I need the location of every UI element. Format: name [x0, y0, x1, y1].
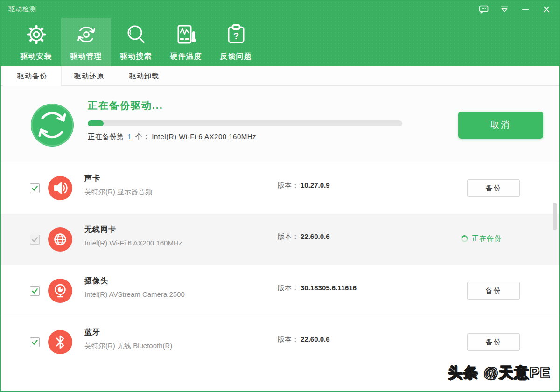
- progress-title: 正在备份驱动...: [88, 99, 163, 112]
- window-title: 驱动检测: [8, 5, 36, 14]
- status-device: 个： Intel(R) Wi-Fi 6 AX200 160MHz: [133, 133, 256, 140]
- version-value: 10.27.0.9: [301, 181, 330, 189]
- tab-driver-uninstall[interactable]: 驱动卸载: [117, 66, 172, 86]
- version-label: 版本：: [278, 335, 299, 343]
- feedback-icon: ?: [224, 22, 248, 49]
- version-label: 版本：: [278, 284, 299, 292]
- app-window: 驱动检测: [0, 0, 560, 392]
- driver-list: 声卡 英特尔(R) 显示器音频 版本：10.27.0.9 备份 无线: [1, 162, 559, 368]
- nav-label: 驱动安装: [21, 52, 52, 62]
- search-icon: [124, 22, 148, 49]
- backup-button[interactable]: 备份: [467, 179, 520, 197]
- driver-desc: Intel(R) Wi-Fi 6 AX200 160MHz: [84, 239, 182, 247]
- scrollbar-thumb[interactable]: [553, 203, 557, 230]
- nav-label: 驱动管理: [70, 52, 102, 62]
- cancel-button[interactable]: 取消: [458, 112, 543, 139]
- tab-driver-backup[interactable]: 驱动备份: [3, 66, 62, 86]
- version-value: 22.60.0.6: [301, 335, 330, 343]
- progress-bar: [88, 120, 402, 126]
- nav-item-driver-manage[interactable]: 驱动管理: [61, 18, 111, 66]
- tab-driver-restore[interactable]: 驱动还原: [62, 66, 117, 86]
- nav-label: 驱动搜索: [120, 52, 152, 62]
- dropdown-menu-icon[interactable]: [499, 4, 510, 14]
- version-label: 版本：: [278, 232, 299, 240]
- nav-label: 反馈问题: [220, 52, 252, 62]
- bluetooth-icon: [48, 330, 72, 354]
- spinner-icon: [460, 234, 469, 243]
- driver-name: 声卡: [84, 174, 100, 183]
- nav-label: 硬件温度: [170, 52, 202, 62]
- tabbar: 驱动备份 驱动还原 驱动卸载: [1, 66, 559, 86]
- svg-text:?: ?: [233, 31, 238, 41]
- driver-version: 版本：10.27.0.9: [278, 181, 330, 190]
- driver-name: 无线网卡: [84, 225, 116, 235]
- gear-icon: [24, 22, 49, 49]
- nav-item-driver-install[interactable]: 驱动安装: [11, 18, 61, 66]
- status-index: 1: [126, 133, 133, 140]
- status-prefix: 正在备份第: [88, 133, 126, 140]
- minimize-icon[interactable]: [520, 4, 531, 14]
- backup-button[interactable]: 备份: [467, 333, 520, 351]
- row-checkbox[interactable]: [30, 286, 40, 296]
- driver-desc: 英特尔(R) 无线 Bluetooth(R): [84, 342, 172, 350]
- version-label: 版本：: [278, 181, 299, 189]
- driver-desc: Intel(R) AVStream Camera 2500: [84, 290, 185, 298]
- camera-icon: [48, 279, 72, 303]
- message-icon[interactable]: [478, 4, 489, 14]
- backing-status: 正在备份: [461, 234, 502, 243]
- driver-row-camera: 摄像头 Intel(R) AVStream Camera 2500 版本：30.…: [1, 265, 559, 316]
- nav-item-driver-search[interactable]: 驱动搜索: [111, 18, 161, 66]
- nav-item-hardware-temp[interactable]: 硬件温度: [161, 18, 211, 66]
- row-checkbox[interactable]: [30, 183, 40, 193]
- driver-version: 版本：22.60.0.6: [278, 335, 330, 344]
- sync-icon: [74, 22, 98, 49]
- backup-progress-panel: 正在备份驱动... 正在备份第 1 个： Intel(R) Wi-Fi 6 AX…: [1, 86, 559, 162]
- app-header: 驱动检测: [1, 1, 559, 66]
- sync-progress-icon: [30, 103, 75, 147]
- driver-version: 版本：22.60.0.6: [278, 232, 330, 241]
- driver-row-soundcard: 声卡 英特尔(R) 显示器音频 版本：10.27.0.9 备份: [1, 162, 559, 214]
- driver-version: 版本：30.18305.6.11616: [278, 284, 357, 293]
- backup-button[interactable]: 备份: [467, 282, 520, 300]
- driver-row-wifi: 无线网卡 Intel(R) Wi-Fi 6 AX200 160MHz 版本：22…: [1, 214, 559, 265]
- close-icon[interactable]: [541, 4, 552, 14]
- version-value: 22.60.0.6: [301, 232, 330, 240]
- progress-fill: [88, 120, 104, 126]
- watermark-text: 头条 @天意PE: [448, 363, 551, 383]
- backing-label: 正在备份: [472, 234, 502, 243]
- main-nav: 驱动安装 驱动管理: [1, 18, 559, 66]
- driver-desc: 英特尔(R) 显示器音频: [84, 188, 152, 196]
- driver-name: 蓝牙: [84, 328, 100, 337]
- version-value: 30.18305.6.11616: [301, 284, 357, 292]
- speaker-icon: [48, 176, 72, 200]
- window-controls: [478, 4, 552, 14]
- globe-icon: [48, 227, 72, 252]
- nav-item-feedback[interactable]: ? 反馈问题: [211, 18, 261, 66]
- titlebar: 驱动检测: [1, 1, 559, 18]
- row-checkbox-disabled: [30, 235, 40, 245]
- row-checkbox[interactable]: [30, 337, 40, 347]
- driver-name: 摄像头: [84, 276, 108, 286]
- driver-row-bluetooth: 蓝牙 英特尔(R) 无线 Bluetooth(R) 版本：22.60.0.6 备…: [1, 316, 559, 368]
- temperature-icon: [174, 22, 198, 49]
- progress-status: 正在备份第 1 个： Intel(R) Wi-Fi 6 AX200 160MHz: [88, 133, 256, 141]
